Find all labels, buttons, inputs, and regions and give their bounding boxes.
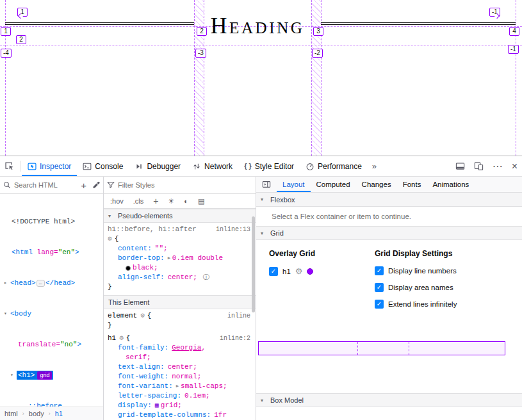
filter-styles-input[interactable]: [118, 181, 252, 189]
display-area-names-checkbox[interactable]: ✓: [375, 283, 384, 292]
breadcrumb-item-body[interactable]: body: [29, 410, 44, 417]
expand-shorthand-icon[interactable]: ▶: [176, 382, 179, 391]
property-name[interactable]: text-align:: [118, 362, 165, 372]
font-link[interactable]: Georgia: [172, 343, 201, 353]
property-value[interactable]: small-caps;: [181, 382, 227, 391]
property-value[interactable]: 1fr: [214, 410, 227, 420]
node-head[interactable]: ▸<head>…</head>: [0, 278, 103, 288]
rules-scrollbar-thumb[interactable]: [252, 216, 255, 312]
source-link[interactable]: inline:13: [216, 225, 250, 234]
gear-icon[interactable]: ⚙: [108, 234, 112, 244]
collapse-icon: ▾: [108, 213, 115, 219]
grid-line-number-badge: -4: [1, 49, 12, 58]
toggle-pseudo-classes-button[interactable]: :hov: [110, 197, 124, 205]
node-body-open[interactable]: ▾<body: [0, 309, 103, 319]
breadcrumb-item-h1[interactable]: h1: [55, 410, 63, 417]
property-value[interactable]: 0.1em double: [172, 254, 223, 263]
add-rule-button[interactable]: +: [153, 196, 158, 206]
print-simulation-button[interactable]: ▤: [198, 197, 204, 206]
property-value[interactable]: grid;: [161, 401, 182, 410]
breadcrumb-item-html[interactable]: html: [4, 410, 18, 417]
section-flexbox[interactable]: ▾ Flexbox: [256, 193, 522, 207]
gear-icon[interactable]: ⚙: [140, 311, 145, 321]
grid-highlighter-icon[interactable]: ▦: [155, 401, 159, 410]
tab-computed[interactable]: Computed: [311, 177, 356, 192]
tab-inspector[interactable]: Inspector: [22, 156, 77, 176]
rule-selector[interactable]: h1::before, h1::after: [108, 225, 197, 234]
collapse-icon[interactable]: ▾: [10, 370, 17, 380]
section-grid[interactable]: ▾ Grid: [256, 226, 522, 240]
tab-animations[interactable]: Animations: [427, 177, 475, 192]
grid-outline-preview[interactable]: [258, 341, 505, 355]
property-value[interactable]: serif;: [126, 353, 151, 362]
property-value[interactable]: "";: [155, 244, 168, 254]
dock-options-button[interactable]: [451, 156, 469, 176]
dark-scheme-simulation-button[interactable]: ◐: [184, 197, 188, 205]
property-name[interactable]: font-family:: [118, 343, 168, 353]
rule-selector[interactable]: element: [108, 311, 137, 321]
property-name[interactable]: font-weight:: [118, 372, 168, 382]
node-pseudo-before[interactable]: ::before: [0, 401, 103, 407]
display-line-numbers-checkbox[interactable]: ✓: [375, 266, 384, 275]
gear-icon[interactable]: ⚙: [119, 334, 124, 343]
grid-settings-gear-icon[interactable]: ⚙: [295, 266, 303, 276]
box-model-body: [256, 407, 522, 420]
property-name[interactable]: border-top:: [118, 254, 165, 263]
node-html-open[interactable]: <html lang="en">: [0, 247, 103, 257]
extend-lines-checkbox[interactable]: ✓: [375, 300, 384, 309]
tab-performance[interactable]: Performance: [300, 156, 368, 176]
node-doctype[interactable]: <!DOCTYPE html>: [0, 216, 103, 227]
section-pseudo-elements[interactable]: ▾ Pseudo-elements: [104, 209, 256, 223]
grid-badge[interactable]: grid: [37, 371, 52, 380]
tab-console[interactable]: Console: [77, 156, 129, 176]
more-tabs-button[interactable]: »: [368, 156, 381, 176]
open-brace: {: [126, 334, 131, 343]
eyedropper-button[interactable]: [92, 181, 100, 190]
property-name[interactable]: letter-spacing:: [118, 391, 181, 401]
pick-element-button[interactable]: [0, 156, 19, 176]
network-icon: [192, 162, 201, 171]
toggle-classes-button[interactable]: .cls: [133, 197, 144, 205]
tab-fonts[interactable]: Fonts: [397, 177, 427, 192]
inactive-css-info-icon[interactable]: ⓘ: [203, 273, 209, 282]
setting-label: Extend lines infinitely: [388, 300, 457, 308]
node-h1-selected[interactable]: ▾<h1>grid: [0, 370, 103, 380]
grid-overlay-checkbox[interactable]: ✓: [269, 267, 278, 276]
add-node-button[interactable]: +: [79, 181, 88, 190]
expand-icon[interactable]: ▸: [4, 278, 10, 288]
collapsed-ellipsis[interactable]: …: [37, 280, 45, 287]
collapse-icon[interactable]: ▾: [4, 309, 10, 319]
tab-debugger[interactable]: Debugger: [129, 156, 186, 176]
property-name[interactable]: align-self:: [118, 273, 165, 282]
grid-color-swatch[interactable]: [307, 268, 313, 275]
section-this-element[interactable]: This Element: [104, 295, 256, 309]
source-link[interactable]: inline: [227, 311, 250, 321]
property-value[interactable]: center;: [168, 273, 197, 282]
tab-layout[interactable]: Layout: [277, 177, 311, 192]
section-title: Pseudo-elements: [118, 212, 173, 220]
tab-network[interactable]: Network: [186, 156, 238, 176]
property-name[interactable]: display:: [118, 401, 152, 410]
section-box-model[interactable]: ▾ Box Model: [256, 393, 522, 407]
property-value[interactable]: normal;: [172, 372, 201, 382]
property-name[interactable]: font-variant:: [118, 382, 173, 391]
close-devtools-button[interactable]: ×: [507, 156, 522, 176]
tab-changes[interactable]: Changes: [356, 177, 397, 192]
rule-selector[interactable]: h1: [108, 334, 116, 343]
property-value[interactable]: 0.1em;: [184, 391, 210, 401]
property-value[interactable]: center;: [168, 362, 197, 372]
pick-element-icon: [4, 161, 14, 171]
responsive-design-mode-button[interactable]: [469, 156, 488, 176]
light-scheme-simulation-button[interactable]: ☀: [168, 197, 174, 206]
color-swatch-black[interactable]: [126, 266, 131, 271]
property-name[interactable]: content:: [118, 244, 152, 254]
setting-label: Display area names: [388, 284, 453, 291]
tab-style-editor[interactable]: { } Style Editor: [238, 156, 300, 176]
expand-shorthand-icon[interactable]: ▶: [168, 254, 170, 263]
three-pane-toggle-button[interactable]: [256, 177, 277, 192]
source-link[interactable]: inline:2: [220, 334, 250, 343]
search-html-input[interactable]: [14, 181, 72, 189]
property-value[interactable]: black;: [133, 263, 158, 273]
devtools-menu-button[interactable]: ⋯: [488, 156, 507, 176]
node-body-attribute[interactable]: translate="no">: [0, 339, 103, 350]
